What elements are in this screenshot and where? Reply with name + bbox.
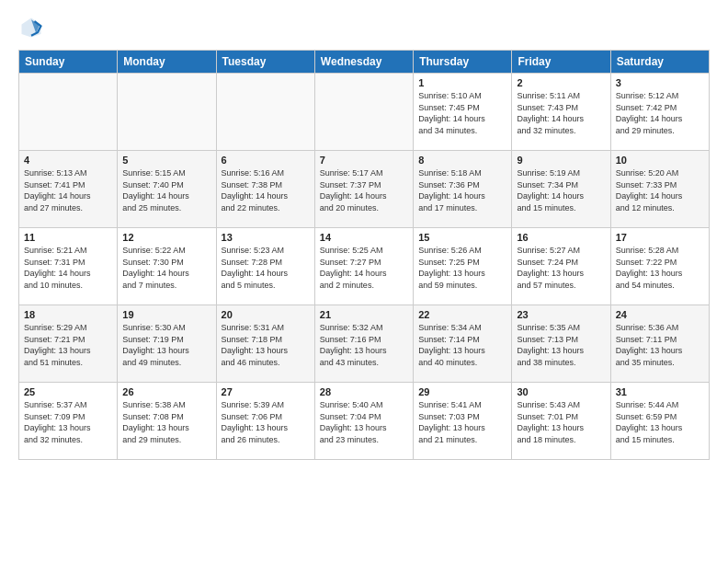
cell-info: Sunrise: 5:25 AM Sunset: 7:27 PM Dayligh… [320, 245, 408, 291]
day-number: 6 [222, 155, 310, 166]
weekday-sunday: Sunday [19, 51, 118, 74]
logo [18, 15, 48, 40]
calendar-cell: 11Sunrise: 5:21 AM Sunset: 7:31 PM Dayli… [19, 228, 118, 305]
weekday-friday: Friday [512, 51, 610, 74]
calendar-cell [216, 74, 314, 151]
cell-info: Sunrise: 5:29 AM Sunset: 7:21 PM Dayligh… [24, 322, 112, 368]
cell-info: Sunrise: 5:31 AM Sunset: 7:18 PM Dayligh… [222, 322, 310, 368]
day-number: 24 [616, 309, 704, 320]
day-number: 23 [517, 309, 605, 320]
calendar-cell: 26Sunrise: 5:38 AM Sunset: 7:08 PM Dayli… [118, 383, 216, 460]
cell-info: Sunrise: 5:20 AM Sunset: 7:33 PM Dayligh… [616, 167, 704, 213]
cell-info: Sunrise: 5:17 AM Sunset: 7:37 PM Dayligh… [320, 167, 408, 213]
calendar-cell: 22Sunrise: 5:34 AM Sunset: 7:14 PM Dayli… [414, 305, 512, 383]
cell-info: Sunrise: 5:12 AM Sunset: 7:42 PM Dayligh… [616, 90, 704, 136]
day-number: 10 [616, 155, 704, 166]
calendar-cell: 4Sunrise: 5:13 AM Sunset: 7:41 PM Daylig… [19, 151, 118, 228]
cell-info: Sunrise: 5:43 AM Sunset: 7:01 PM Dayligh… [517, 399, 605, 445]
calendar-cell: 13Sunrise: 5:23 AM Sunset: 7:28 PM Dayli… [216, 228, 314, 305]
day-number: 30 [517, 386, 605, 397]
cell-info: Sunrise: 5:21 AM Sunset: 7:31 PM Dayligh… [24, 245, 112, 291]
calendar-cell: 16Sunrise: 5:27 AM Sunset: 7:24 PM Dayli… [512, 228, 610, 305]
calendar-cell: 3Sunrise: 5:12 AM Sunset: 7:42 PM Daylig… [610, 74, 709, 151]
calendar: SundayMondayTuesdayWednesdayThursdayFrid… [18, 50, 710, 460]
cell-info: Sunrise: 5:28 AM Sunset: 7:22 PM Dayligh… [616, 245, 704, 291]
day-number: 17 [616, 232, 704, 243]
calendar-cell: 20Sunrise: 5:31 AM Sunset: 7:18 PM Dayli… [216, 305, 314, 383]
cell-info: Sunrise: 5:41 AM Sunset: 7:03 PM Dayligh… [418, 399, 506, 445]
day-number: 25 [24, 386, 112, 397]
day-number: 31 [616, 386, 704, 397]
cell-info: Sunrise: 5:27 AM Sunset: 7:24 PM Dayligh… [517, 245, 605, 291]
cell-info: Sunrise: 5:44 AM Sunset: 6:59 PM Dayligh… [616, 399, 704, 445]
calendar-cell: 15Sunrise: 5:26 AM Sunset: 7:25 PM Dayli… [414, 228, 512, 305]
day-number: 1 [418, 77, 506, 88]
weekday-thursday: Thursday [414, 51, 512, 74]
calendar-cell: 9Sunrise: 5:19 AM Sunset: 7:34 PM Daylig… [512, 151, 610, 228]
weekday-monday: Monday [118, 51, 216, 74]
calendar-cell: 23Sunrise: 5:35 AM Sunset: 7:13 PM Dayli… [512, 305, 610, 383]
calendar-cell: 29Sunrise: 5:41 AM Sunset: 7:03 PM Dayli… [414, 383, 512, 460]
calendar-cell [19, 74, 118, 151]
cell-info: Sunrise: 5:23 AM Sunset: 7:28 PM Dayligh… [222, 245, 310, 291]
cell-info: Sunrise: 5:39 AM Sunset: 7:06 PM Dayligh… [222, 399, 310, 445]
cell-info: Sunrise: 5:32 AM Sunset: 7:16 PM Dayligh… [320, 322, 408, 368]
calendar-row-1: 1Sunrise: 5:10 AM Sunset: 7:45 PM Daylig… [19, 74, 710, 151]
page: SundayMondayTuesdayWednesdayThursdayFrid… [0, 0, 728, 563]
day-number: 8 [418, 155, 506, 166]
cell-info: Sunrise: 5:36 AM Sunset: 7:11 PM Dayligh… [616, 322, 704, 368]
cell-info: Sunrise: 5:10 AM Sunset: 7:45 PM Dayligh… [418, 90, 506, 136]
calendar-cell [118, 74, 216, 151]
cell-info: Sunrise: 5:19 AM Sunset: 7:34 PM Dayligh… [517, 167, 605, 213]
calendar-row-5: 25Sunrise: 5:37 AM Sunset: 7:09 PM Dayli… [19, 383, 710, 460]
day-number: 14 [320, 232, 408, 243]
calendar-cell: 25Sunrise: 5:37 AM Sunset: 7:09 PM Dayli… [19, 383, 118, 460]
cell-info: Sunrise: 5:11 AM Sunset: 7:43 PM Dayligh… [517, 90, 605, 136]
calendar-cell: 19Sunrise: 5:30 AM Sunset: 7:19 PM Dayli… [118, 305, 216, 383]
weekday-tuesday: Tuesday [216, 51, 314, 74]
logo-icon [18, 15, 44, 40]
day-number: 22 [418, 309, 506, 320]
day-number: 7 [320, 155, 408, 166]
day-number: 3 [616, 77, 704, 88]
day-number: 11 [24, 232, 112, 243]
calendar-cell [314, 74, 413, 151]
calendar-cell: 28Sunrise: 5:40 AM Sunset: 7:04 PM Dayli… [314, 383, 413, 460]
calendar-cell: 12Sunrise: 5:22 AM Sunset: 7:30 PM Dayli… [118, 228, 216, 305]
cell-info: Sunrise: 5:30 AM Sunset: 7:19 PM Dayligh… [122, 322, 210, 368]
day-number: 20 [222, 309, 310, 320]
day-number: 5 [122, 155, 210, 166]
cell-info: Sunrise: 5:22 AM Sunset: 7:30 PM Dayligh… [122, 245, 210, 291]
cell-info: Sunrise: 5:13 AM Sunset: 7:41 PM Dayligh… [24, 167, 112, 213]
day-number: 2 [517, 77, 605, 88]
day-number: 21 [320, 309, 408, 320]
calendar-cell: 5Sunrise: 5:15 AM Sunset: 7:40 PM Daylig… [118, 151, 216, 228]
calendar-cell: 8Sunrise: 5:18 AM Sunset: 7:36 PM Daylig… [414, 151, 512, 228]
cell-info: Sunrise: 5:15 AM Sunset: 7:40 PM Dayligh… [122, 167, 210, 213]
cell-info: Sunrise: 5:40 AM Sunset: 7:04 PM Dayligh… [320, 399, 408, 445]
calendar-cell: 17Sunrise: 5:28 AM Sunset: 7:22 PM Dayli… [610, 228, 709, 305]
cell-info: Sunrise: 5:38 AM Sunset: 7:08 PM Dayligh… [122, 399, 210, 445]
weekday-saturday: Saturday [610, 51, 709, 74]
calendar-row-2: 4Sunrise: 5:13 AM Sunset: 7:41 PM Daylig… [19, 151, 710, 228]
day-number: 13 [222, 232, 310, 243]
calendar-cell: 14Sunrise: 5:25 AM Sunset: 7:27 PM Dayli… [314, 228, 413, 305]
calendar-row-4: 18Sunrise: 5:29 AM Sunset: 7:21 PM Dayli… [19, 305, 710, 383]
day-number: 4 [24, 155, 112, 166]
calendar-cell: 21Sunrise: 5:32 AM Sunset: 7:16 PM Dayli… [314, 305, 413, 383]
calendar-cell: 24Sunrise: 5:36 AM Sunset: 7:11 PM Dayli… [610, 305, 709, 383]
calendar-cell: 2Sunrise: 5:11 AM Sunset: 7:43 PM Daylig… [512, 74, 610, 151]
cell-info: Sunrise: 5:37 AM Sunset: 7:09 PM Dayligh… [24, 399, 112, 445]
cell-info: Sunrise: 5:18 AM Sunset: 7:36 PM Dayligh… [418, 167, 506, 213]
header [18, 15, 710, 40]
calendar-cell: 18Sunrise: 5:29 AM Sunset: 7:21 PM Dayli… [19, 305, 118, 383]
calendar-row-3: 11Sunrise: 5:21 AM Sunset: 7:31 PM Dayli… [19, 228, 710, 305]
calendar-cell: 31Sunrise: 5:44 AM Sunset: 6:59 PM Dayli… [610, 383, 709, 460]
calendar-cell: 7Sunrise: 5:17 AM Sunset: 7:37 PM Daylig… [314, 151, 413, 228]
calendar-cell: 1Sunrise: 5:10 AM Sunset: 7:45 PM Daylig… [414, 74, 512, 151]
day-number: 28 [320, 386, 408, 397]
day-number: 16 [517, 232, 605, 243]
weekday-header-row: SundayMondayTuesdayWednesdayThursdayFrid… [19, 51, 710, 74]
day-number: 26 [122, 386, 210, 397]
calendar-cell: 30Sunrise: 5:43 AM Sunset: 7:01 PM Dayli… [512, 383, 610, 460]
